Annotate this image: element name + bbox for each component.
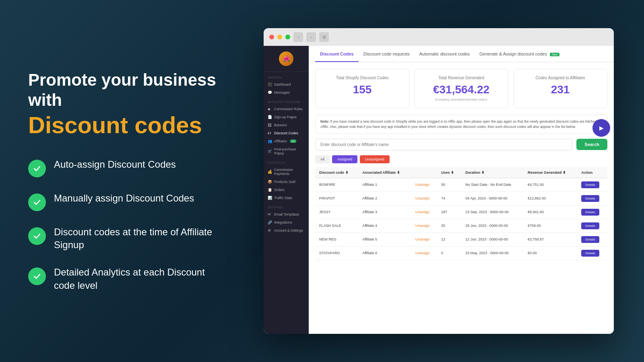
sidebar-item-integrations[interactable]: 🔗 Integrations [264,218,309,226]
affiliates-badge: 11 [290,140,296,143]
left-panel: Promote your business with Discount code… [0,46,250,316]
cell-unassign: Unassign [411,178,437,191]
stat-total-codes: Total Shopify Discount Codes 155 [315,69,409,108]
cell-duration: 04 Apr, 2024 · 0000-00-00 [461,191,524,205]
stat-total-codes-value: 155 [320,83,404,96]
sidebar-item-label: Messages [274,90,290,95]
sidebar-item-label: Affiliates [274,139,287,143]
sidebar-item-label: Discount Codes [274,131,298,135]
unassign-link[interactable]: Unassign [415,183,429,187]
stat-revenue: Total Revenue Generated €31,564.22 Exclu… [414,69,508,108]
unassign-link[interactable]: Unassign [415,251,429,255]
browser-window: ‹ › ⊞ 🌺 GENERAL ⬛ Dashboard 💬 Messages [264,28,614,334]
stat-codes-assigned: Codes Assigned to Affiliates 231 [513,69,607,108]
unassign-link[interactable]: Unassign [415,237,429,241]
sidebar-item-banners[interactable]: 🖼 Banners [264,121,309,129]
feature-text: Discount codes at the time of Affiliate … [54,226,221,252]
cell-unassign: Unassign [411,219,437,232]
sidebar-item-messages[interactable]: 💬 Messages [264,88,309,97]
sidebar-item-label: Email Templates [274,212,299,216]
sidebar-item-dashboard[interactable]: ⬛ Dashboard [264,80,309,88]
table-header-row: Discount code ⬍ Associated Affiliate ⬍ U… [315,167,607,178]
cell-affiliate: Affiliate 3 [358,205,411,219]
headline-line2: Discount codes [28,112,221,138]
settings-section-label: SETTINGS [264,202,309,210]
cell-uses: 50 [437,178,461,191]
sidebar-item-label: Banners [274,123,287,127]
col-action: Action [577,167,607,178]
stat-codes-assigned-value: 231 [518,83,602,96]
tab-discount-codes[interactable]: Discount Codes [315,46,359,62]
cell-duration: 29 Jun, 2023 · 0000-00-00 [461,219,524,232]
details-button[interactable]: Details [581,181,599,188]
forward-button[interactable]: › [306,32,316,42]
affiliate-section-label: AFFILIATE PROGRAM [264,97,309,105]
search-input[interactable] [315,139,572,150]
cell-action: Details [577,219,607,232]
unassign-link[interactable]: Unassign [415,210,429,214]
feature-list: Auto-assign Discount Codes Manually assi… [28,158,221,292]
close-dot[interactable] [269,35,274,39]
filter-all-button[interactable]: All [315,155,330,163]
details-button[interactable]: Details [581,236,599,243]
cell-code: FLASH SALE [315,219,358,232]
sidebar-item-account-settings[interactable]: ⚙ Account & Settings [264,226,309,234]
cell-code: NEW REG [315,232,358,246]
sidebar-item-label: Account & Settings [274,228,303,232]
table-row: FIRAPOT Affiliate 2 Unassign 74 04 Apr, … [315,191,607,205]
details-button[interactable]: Details [581,222,599,229]
sidebar-item-products-sold[interactable]: 📦 Products Sold [264,178,309,186]
cell-affiliate: Affiliate 6 [358,246,411,260]
details-button[interactable]: Details [581,250,599,257]
play-button[interactable]: ▶ [592,119,610,137]
sidebar-item-affiliates[interactable]: 👥 Affiliates 11 [264,137,309,145]
unassign-link[interactable]: Unassign [415,196,429,200]
sidebar-item-email-templates[interactable]: ✉ Email Templates [264,210,309,218]
signup-icon: 📄 [268,115,272,119]
stat-revenue-value: €31,564.22 [419,83,503,96]
new-badge: New [550,53,559,56]
search-button[interactable]: Search [576,139,607,150]
cell-revenue: €0.00 [524,246,577,260]
commission-icon: ◆ [268,107,272,111]
table-row: NEW REG Affiliate 5 Unassign 12 12 Jun, … [315,232,607,246]
sidebar-item-commission-rules[interactable]: ◆ Commission Rules [264,105,309,113]
cell-affiliate: Affiliate 5 [358,232,411,246]
col-duration: Duration ⬍ [461,167,524,178]
general-section-label: GENERAL [264,72,309,80]
sidebar-item-commission-payments[interactable]: 💰 Commission Payments [264,166,309,178]
fullscreen-dot[interactable] [285,35,290,39]
sidebar-item-orders[interactable]: 📋 Orders [264,186,309,194]
cell-action: Details [577,191,607,205]
logo-icon: 🌺 [279,51,293,66]
sidebar-item-signup-pages[interactable]: 📄 Sign-up Pages [264,113,309,121]
table-row: FLASH SALE Affiliate 4 Unassign 25 29 Ju… [315,219,607,232]
details-button[interactable]: Details [581,209,599,216]
details-button[interactable]: Details [581,195,599,202]
cell-uses: 187 [437,205,461,219]
cell-duration: 23 May, 2023 · 0000-00-00 [461,246,524,260]
feature-item-signup-time: Discount codes at the time of Affiliate … [28,226,221,252]
sidebar-item-post-purchase[interactable]: 🛒 Post-purchase Popup [264,145,309,157]
cell-code: FIRAPOT [315,191,358,205]
discount-codes-table: Discount code ⬍ Associated Affiliate ⬍ U… [315,167,607,260]
minimize-dot[interactable] [277,35,282,39]
cell-revenue: €3,758.87 [524,232,577,246]
grid-button[interactable]: ⊞ [319,32,329,42]
feature-text: Detailed Analytics at each Discount code… [54,266,221,292]
filter-unassigned-button[interactable]: Unassigned [360,155,390,163]
unassign-link[interactable]: Unassign [415,224,429,228]
note-label: Note: [320,119,330,123]
back-button[interactable]: ‹ [293,32,303,42]
tab-generate-assign[interactable]: Generate & Assign discount codes New [475,46,564,62]
check-icon [28,227,46,245]
filter-assigned-button[interactable]: Assigned [332,155,357,163]
col-associated-affiliate: Associated Affiliate ⬍ [358,167,411,178]
feature-item-manually-assign: Manually assign Discount Codes [28,192,221,211]
sidebar-item-discount-codes[interactable]: 🏷 Discount Codes [264,129,309,137]
sidebar-logo: 🌺 [264,46,309,72]
tab-discount-requests[interactable]: Discount code requests [359,46,415,62]
sidebar-item-traffic-stats[interactable]: 📊 Traffic Stats [264,194,309,202]
cell-affiliate: Affiliate 4 [358,219,411,232]
tab-automatic-discount[interactable]: Automatic discount codes [415,46,475,62]
